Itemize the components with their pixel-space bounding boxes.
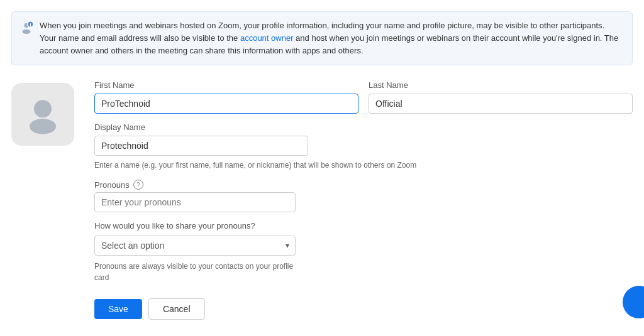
info-person-icon: i [19, 21, 33, 35]
display-name-input[interactable] [94, 136, 308, 156]
form-area: First Name Last Name Display Name Enter … [0, 80, 644, 320]
help-icon[interactable]: ? [133, 180, 143, 190]
avatar [11, 83, 74, 146]
account-owner-link[interactable]: account owner [240, 33, 294, 43]
cancel-button[interactable]: Cancel [148, 298, 205, 320]
last-name-input[interactable] [369, 94, 633, 114]
display-name-group: Display Name Enter a name (e.g. your fir… [94, 122, 633, 171]
share-pronouns-select-wrapper: Select an option Always share in meeting… [94, 236, 296, 256]
last-name-label: Last Name [369, 80, 633, 90]
first-name-label: First Name [94, 80, 358, 90]
display-name-hint: Enter a name (e.g. your first name, full… [94, 160, 633, 171]
last-name-group: Last Name [369, 80, 633, 114]
page-container: i When you join meetings and webinars ho… [0, 0, 644, 336]
info-icon-wrap: i [19, 21, 33, 36]
form-fields: First Name Last Name Display Name Enter … [94, 80, 633, 320]
avatar-icon [21, 92, 65, 136]
share-pronouns-label: How would you like to share your pronoun… [94, 221, 633, 230]
name-row: First Name Last Name [94, 80, 633, 114]
first-name-group: First Name [94, 80, 358, 114]
pronouns-input[interactable] [94, 192, 296, 212]
pronouns-group: Pronouns ? [94, 180, 633, 212]
first-name-input[interactable] [94, 94, 358, 114]
pronouns-label-row: Pronouns ? [94, 180, 633, 190]
display-name-label: Display Name [94, 122, 633, 132]
banner-text: When you join meetings and webinars host… [40, 19, 622, 57]
share-pronouns-group: How would you like to share your pronoun… [94, 221, 633, 283]
save-button[interactable]: Save [94, 299, 142, 319]
svg-point-1 [23, 30, 31, 34]
svg-point-5 [30, 119, 56, 134]
svg-text:i: i [30, 22, 31, 28]
pronouns-visibility-note: Pronouns are always visible to your cont… [94, 261, 296, 283]
action-buttons: Save Cancel [94, 298, 633, 320]
svg-point-4 [34, 100, 52, 118]
info-banner: i When you join meetings and webinars ho… [11, 11, 633, 65]
share-pronouns-select[interactable]: Select an option Always share in meeting… [94, 236, 296, 256]
pronouns-label: Pronouns [94, 180, 130, 190]
